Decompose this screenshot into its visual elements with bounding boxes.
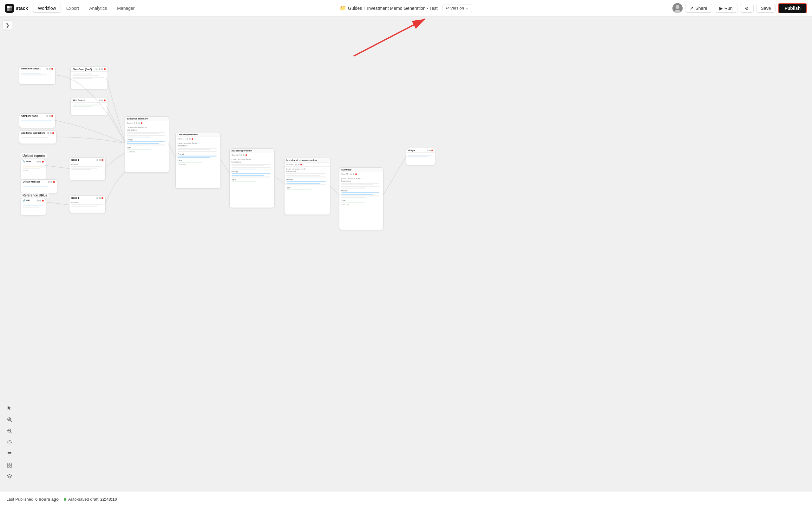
svg-point-16 [8,441,11,444]
auto-saved-time: 22:43:10 [100,497,117,502]
last-published-label: Last Published [6,497,33,502]
auto-saved-dot [64,498,66,501]
version-label: Version [450,6,464,10]
svg-rect-1 [9,6,12,8]
nav-tabs: Workflow Export Analytics Manager [33,4,139,13]
svg-rect-19 [8,453,11,454]
node-web-search[interactable]: Web Search [70,98,108,115]
header-center: 📁 Guides / Investment Memo Generation - … [142,4,670,12]
breadcrumb-parent: Guides [348,6,362,11]
share-button[interactable]: ↗ Share [685,4,712,13]
svg-rect-3 [9,8,12,11]
left-toolbar [3,19,16,488]
node-executive-summary[interactable]: Executive summary OpenAI 1 Large Languag… [125,116,169,173]
node-investment-recommendation[interactable]: Investment recommendation OpenAI 3 Large… [284,158,330,215]
layers-tool[interactable] [4,471,14,482]
svg-rect-22 [10,463,12,465]
section-reference-urls: Reference URLs [20,193,49,198]
lasso-tool[interactable] [4,437,14,447]
settings-icon: ⚙ [745,6,749,11]
svg-line-8 [354,19,425,56]
tab-manager[interactable]: Manager [112,4,139,13]
header: stack Workflow Export Analytics Manager … [0,0,812,16]
node-sharepoint[interactable]: SharePoint (SaaS) ● [70,66,108,89]
svg-rect-24 [10,465,12,467]
node-default-message-2[interactable]: Default Message [20,179,57,193]
logo-text: stack [16,5,28,11]
tab-workflow[interactable]: Workflow [33,4,61,13]
svg-rect-18 [8,452,11,453]
node-basic-1[interactable]: Basic 1 OpenAI [69,158,106,180]
breadcrumb-current: Investment Memo Generation - Test [367,6,438,11]
last-published-status: Last Published 6 hours ago [6,497,59,502]
node-additional-instructions[interactable]: Additional Instructions [19,130,56,144]
auto-saved-status: Auto-saved draft 22:43:10 [64,497,117,502]
node-url[interactable]: 🔗 URL [20,198,46,216]
node-company-name[interactable]: Company name [19,113,55,128]
publish-button[interactable]: Publish [778,3,807,13]
last-published-time: 6 hours ago [35,497,59,502]
header-right: ↗ Share ▶ Run ⚙ Save Publish [672,3,807,13]
node-market-opportunity[interactable]: Market opportunity OpenAI 2 Large Langua… [229,148,275,208]
svg-point-5 [676,5,679,9]
canvas-area[interactable]: Default Message 1 SharePoint (SaaS) ● [0,16,812,491]
avatar [672,3,682,13]
share-icon: ↗ [690,6,694,11]
tab-export[interactable]: Export [61,4,84,13]
tab-analytics[interactable]: Analytics [84,4,112,13]
breadcrumb-separator: / [364,6,365,11]
svg-rect-0 [7,6,9,8]
svg-rect-2 [7,8,9,11]
svg-rect-21 [7,463,9,465]
version-chevron: ⌄ [465,6,469,10]
grid-tool[interactable] [4,460,14,470]
node-upload-files[interactable]: 📎 Files + Add [20,159,46,181]
section-upload-reports: Upload reports [20,153,47,158]
bottom-bar: Last Published 6 hours ago Auto-saved dr… [0,491,812,507]
settings-button[interactable]: ⚙ [740,4,754,13]
list-tool[interactable] [4,449,14,459]
svg-rect-23 [7,465,9,467]
run-button[interactable]: ▶ Run [715,4,738,13]
cursor-tool[interactable] [4,403,14,413]
node-default-message-1[interactable]: Default Message 1 [19,66,55,84]
connection-lines [0,16,812,491]
svg-rect-20 [8,455,11,455]
svg-line-14 [10,432,12,433]
folder-icon: 📁 [340,5,346,11]
run-play-icon: ▶ [719,6,723,11]
zoom-out-tool[interactable] [4,426,14,436]
app-logo: stack [5,4,28,13]
red-arrow-indicator [0,16,812,491]
svg-point-17 [9,442,10,443]
logo-icon [5,4,14,13]
node-summary[interactable]: Summary OpenAI 4 Large Language Model In… [339,167,384,230]
auto-saved-label: Auto-saved draft [68,497,98,502]
node-output[interactable]: Output [406,148,435,165]
node-basic-2[interactable]: Basic 1 OpenAI [69,195,106,213]
save-button[interactable]: Save [756,4,776,13]
zoom-in-tool[interactable] [4,414,14,425]
svg-line-10 [10,420,12,422]
version-button[interactable]: ↩ Version ⌄ [442,4,472,12]
node-company-overview[interactable]: Company overview OpenAI 1 Large Language… [175,132,221,188]
